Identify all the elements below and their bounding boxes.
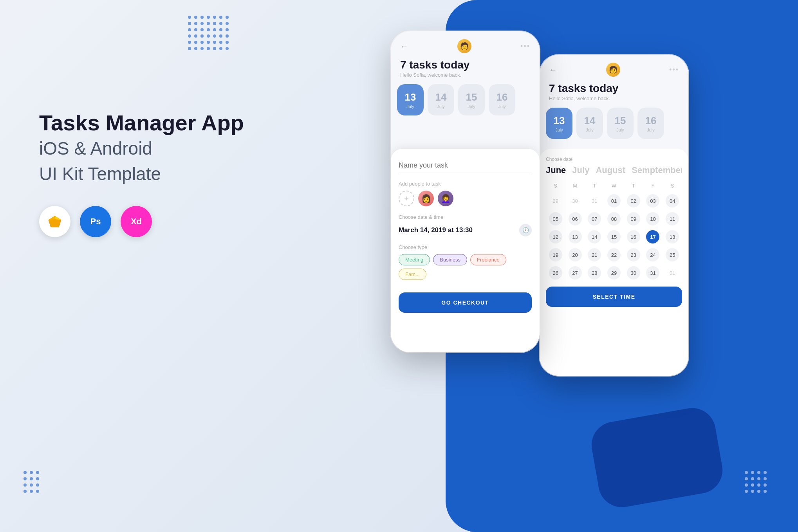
cal-cell[interactable]: 30 (565, 192, 585, 210)
date-month-2: July (555, 128, 563, 132)
phone1-tasks-header: 7 tasks today Hello Sofia, welcome back. (391, 57, 540, 84)
menu-dots-icon[interactable]: ••• (520, 42, 530, 50)
clock-icon[interactable]: 🕐 (519, 224, 532, 236)
cal-cell[interactable]: 05 (546, 210, 565, 228)
date-card-13[interactable]: 13 July (397, 84, 424, 115)
date-strip-2: 13 July 14 July 15 July 16 July (540, 108, 688, 145)
cal-cell[interactable]: 23 (624, 246, 643, 264)
cal-cell[interactable]: 29 (604, 264, 624, 282)
cal-cell[interactable]: 19 (546, 246, 565, 264)
cal-week-4: 19 20 21 22 23 24 25 (546, 246, 682, 264)
date-month: July (468, 104, 475, 109)
phone1-inner: ← 🧑 ••• 7 tasks today Hello Sofia, welco… (391, 31, 540, 352)
cal-cell[interactable]: 04 (663, 192, 682, 210)
month-june[interactable]: June (546, 165, 566, 175)
cal-week-1: 29 30 31 01 02 03 04 (546, 192, 682, 210)
avatar-img-1: 👩 (418, 191, 434, 206)
day-t1: T (585, 182, 604, 190)
cal-cell[interactable]: 30 (624, 264, 643, 282)
cal-cell[interactable]: 06 (565, 210, 585, 228)
tasks-count-2: 7 tasks today (549, 82, 679, 95)
tool-icons-row: Ps Xd (39, 206, 244, 237)
dots-bottom-left (23, 471, 39, 493)
day-w: W (604, 182, 624, 190)
calendar-grid: S M T W T F S 29 30 31 01 02 (546, 182, 682, 282)
cal-cell[interactable]: 01 (604, 192, 624, 210)
cal-cell[interactable]: 18 (663, 228, 682, 246)
cal-cell[interactable]: 10 (643, 210, 663, 228)
cal-cell[interactable]: 29 (546, 192, 565, 210)
date-card-15[interactable]: 15 July (458, 84, 485, 115)
cal-cell[interactable]: 15 (604, 228, 624, 246)
date-card-2-14[interactable]: 14 July (576, 108, 603, 139)
cal-cell[interactable]: 21 (585, 246, 604, 264)
cal-cell[interactable]: 20 (565, 246, 585, 264)
cal-cell[interactable]: 12 (546, 228, 565, 246)
phones-container: ← 🧑 ••• 7 tasks today Hello Sofia, welco… (250, 0, 798, 532)
cal-cell[interactable]: 27 (565, 264, 585, 282)
phone1-header: ← 🧑 ••• (391, 31, 540, 57)
cal-cell[interactable]: 25 (663, 246, 682, 264)
back-icon[interactable]: ← (400, 42, 408, 51)
date-num: 13 (405, 91, 416, 103)
cal-cell[interactable]: 24 (643, 246, 663, 264)
task-name-input[interactable] (399, 158, 532, 173)
back-icon-2[interactable]: ← (549, 65, 557, 74)
month-july[interactable]: July (572, 165, 589, 175)
date-num: 16 (496, 91, 508, 103)
date-num-2: 14 (584, 115, 596, 127)
cal-week-2: 05 06 07 08 09 10 11 (546, 210, 682, 228)
avatar-img-2: 👩‍🦱 (438, 191, 453, 206)
cal-cell[interactable]: 22 (604, 246, 624, 264)
phone2-inner: ← 🧑 ••• 7 tasks today Hello Sofia, welco… (540, 55, 688, 376)
cal-cell[interactable]: 31 (643, 264, 663, 282)
cal-header-row: S M T W T F S (546, 182, 682, 190)
cal-cell[interactable]: 01 (663, 264, 682, 282)
chip-business[interactable]: Business (433, 254, 467, 265)
date-card-2-15[interactable]: 15 July (607, 108, 634, 139)
left-panel: Tasks Manager App iOS & Android UI Kit T… (39, 110, 244, 237)
phone2-header: ← 🧑 ••• (540, 55, 688, 81)
cal-cell[interactable]: 28 (585, 264, 604, 282)
cal-cell[interactable]: 07 (585, 210, 604, 228)
date-month-2: July (586, 128, 594, 132)
add-person-btn[interactable]: + (399, 191, 414, 206)
cal-cell-active[interactable]: 17 (643, 228, 663, 246)
cal-cell[interactable]: 13 (565, 228, 585, 246)
avatar-2: 🧑 (606, 63, 620, 77)
cal-cell[interactable]: 14 (585, 228, 604, 246)
datetime-label: Choose date & time (399, 214, 532, 220)
date-card-14[interactable]: 14 July (428, 84, 454, 115)
menu-dots-icon-2[interactable]: ••• (669, 66, 679, 74)
date-num-2: 15 (615, 115, 626, 127)
chip-family[interactable]: Fam... (399, 269, 426, 280)
cal-cell[interactable]: 02 (624, 192, 643, 210)
type-label: Choose type (399, 244, 532, 250)
cal-cell[interactable]: 31 (585, 192, 604, 210)
month-selector: June July August Semptember Octo... (546, 165, 682, 175)
chip-freelance[interactable]: Freelance (470, 254, 506, 265)
date-num: 14 (435, 91, 447, 103)
tasks-subtitle: Hello Sofia, welcome back. (400, 72, 530, 78)
chip-meeting[interactable]: Meeting (399, 254, 430, 265)
cal-cell[interactable]: 09 (624, 210, 643, 228)
date-card-2-13[interactable]: 13 July (546, 108, 572, 139)
avatar: 🧑 (457, 39, 471, 53)
checkout-button[interactable]: GO CHECKOUT (399, 292, 532, 313)
type-chips: Meeting Business Freelance Fam... (399, 254, 532, 280)
date-card-2-16[interactable]: 16 July (637, 108, 664, 139)
day-f: F (643, 182, 663, 190)
month-september[interactable]: Semptember (632, 165, 682, 175)
month-august[interactable]: August (596, 165, 625, 175)
task-form-card: Add people to task + 👩 👩‍🦱 Choose date &… (391, 149, 540, 352)
cal-cell[interactable]: 16 (624, 228, 643, 246)
date-card-16[interactable]: 16 July (489, 84, 515, 115)
cal-cell[interactable]: 11 (663, 210, 682, 228)
cal-cell[interactable]: 03 (643, 192, 663, 210)
date-month: July (498, 104, 506, 109)
cal-cell[interactable]: 08 (604, 210, 624, 228)
date-month: July (406, 104, 414, 109)
select-time-button[interactable]: SELECT TIME (546, 287, 682, 307)
phone1: ← 🧑 ••• 7 tasks today Hello Sofia, welco… (391, 31, 540, 352)
cal-cell[interactable]: 26 (546, 264, 565, 282)
